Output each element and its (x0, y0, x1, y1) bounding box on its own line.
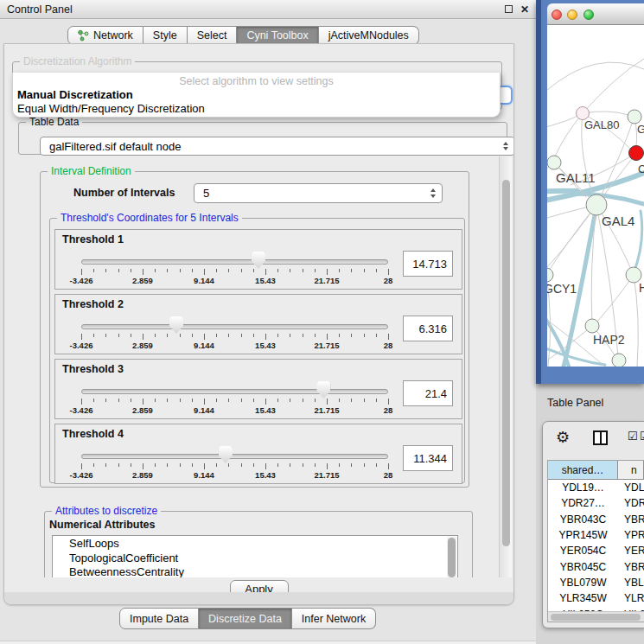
cell-shared-name: YDR27… (548, 497, 618, 509)
tick-mark (105, 269, 106, 272)
tick-mark (388, 334, 389, 340)
tick-mark (228, 463, 229, 467)
network-node[interactable] (547, 156, 561, 169)
threshold-slider-track[interactable] (81, 259, 388, 265)
cell-shared-name: YDL19… (548, 481, 618, 494)
window-title: Control Panel (7, 3, 505, 16)
table-row[interactable]: YER054CYER0 (548, 543, 644, 558)
close-traffic-light[interactable] (552, 10, 562, 20)
tab-jactivemnodules[interactable]: jActiveMNodules (319, 26, 419, 45)
tick-mark (351, 463, 352, 467)
tick-mark (167, 399, 168, 402)
list-scrollbar-thumb[interactable] (448, 538, 456, 577)
threshold-value-field[interactable]: 6.316 (403, 316, 453, 341)
threshold-slider-handle[interactable] (219, 446, 233, 463)
number-of-intervals-combobox[interactable]: 5 (194, 183, 443, 203)
close-icon[interactable]: ✕ (520, 4, 529, 15)
threshold-slider-handle[interactable] (252, 252, 265, 269)
tab-label: Cyni Toolbox (246, 29, 308, 41)
table-row[interactable]: YDL19…YDL1 (548, 480, 644, 495)
tick-mark (105, 334, 106, 337)
cyni-toolbox-panel: Discretization Algorithm Select algorith… (3, 43, 514, 605)
attribute-list-item[interactable]: TopologicalCoefficient (69, 552, 457, 566)
column-header-name[interactable]: n (618, 461, 644, 480)
panel-vertical-scrollbar[interactable] (499, 156, 512, 577)
tab-label: Style (153, 29, 177, 41)
tab-discretize-data[interactable]: Discretize Data (199, 608, 292, 629)
threshold-label: Threshold 3 (62, 363, 124, 375)
scale-label: 2.859 (132, 470, 153, 480)
network-node-label: GAL80 (584, 118, 619, 131)
attribute-list-item[interactable]: BetweennessCentrality (69, 565, 457, 577)
network-window-titlebar[interactable] (547, 3, 644, 25)
tab-network[interactable]: Network (67, 26, 143, 45)
tick-mark (265, 269, 266, 275)
attributes-group-title: Attributes to discretize (52, 505, 161, 517)
table-horizontal-scrollbar[interactable] (548, 611, 644, 622)
cell-shared-name: YBL079W (548, 577, 618, 589)
network-canvas[interactable]: GAL80GACAGAL11GAL4GCY1HAHAP2 (547, 25, 644, 367)
cell-name: YBL0 (618, 577, 644, 589)
threshold-slider-track[interactable] (81, 389, 388, 394)
threshold-slider-track[interactable] (81, 454, 388, 459)
network-node[interactable] (629, 146, 644, 161)
threshold-value-field[interactable]: 21.4 (403, 380, 453, 406)
minimize-traffic-light[interactable] (567, 10, 577, 20)
zoom-traffic-light[interactable] (583, 10, 594, 20)
scale-label: 21.715 (314, 405, 339, 415)
split-columns-icon[interactable] (593, 430, 608, 445)
tab-style[interactable]: Style (143, 26, 188, 45)
tick-mark (327, 334, 328, 340)
checkbox-icon[interactable]: ☑ (640, 430, 644, 442)
tick-mark (339, 399, 340, 402)
table-row[interactable]: YBR043CYBR0 (548, 512, 644, 527)
tick-mark (167, 334, 168, 337)
dropdown-option-manual-discretization[interactable]: Manual Discretization (17, 88, 133, 101)
tick-mark (155, 463, 156, 467)
table-row[interactable]: YDR27…YDR2 (548, 495, 644, 511)
table-row[interactable]: YLR345WYLR3 (548, 590, 644, 606)
gear-icon[interactable]: ⚙ (556, 430, 570, 445)
tab-select[interactable]: Select (188, 26, 238, 45)
tab-infer-network[interactable]: Infer Network (292, 608, 376, 629)
network-node[interactable] (585, 319, 599, 333)
table-row[interactable]: YBL079WYBL0 (548, 575, 644, 590)
network-node[interactable] (547, 268, 553, 282)
float-window-icon[interactable] (505, 5, 513, 13)
tick-mark (253, 269, 254, 272)
table-data-combobox[interactable]: galFiltered.sif default node (40, 137, 514, 156)
tick-mark (253, 334, 254, 337)
threshold-panel-3: Threshold 3-3.4262.8599.14415.4321.71528… (54, 359, 462, 419)
scale-label: 21.715 (314, 276, 339, 285)
dropdown-option-equal-width-frequency[interactable]: Equal Width/Frequency Discretization (17, 102, 205, 115)
column-header-shared-name[interactable]: shared… (548, 461, 618, 480)
table-hscrollbar-thumb[interactable] (551, 614, 641, 621)
tab-label: Infer Network (302, 613, 366, 625)
tick-mark (204, 463, 205, 469)
list-scrollbar[interactable] (447, 537, 456, 577)
table-row[interactable]: YBR045CYBR0 (548, 558, 644, 574)
attribute-list-item[interactable]: SelfLoops (69, 537, 457, 552)
threshold-slider-track[interactable] (81, 324, 388, 329)
algorithm-dropdown-prompt: Select algorithm to view settings (13, 75, 500, 87)
table-row[interactable]: YPR145WYPR1 (548, 527, 644, 543)
table-data-group-title: Table Data (26, 116, 82, 128)
tick-mark (388, 269, 389, 275)
network-node[interactable] (628, 110, 641, 124)
panel-scrollbar-thumb[interactable] (502, 180, 510, 546)
threshold-value-field[interactable]: 14.713 (403, 251, 453, 277)
threshold-value-field[interactable]: 11.344 (403, 445, 453, 471)
network-node[interactable] (586, 194, 607, 215)
scale-label: 21.715 (314, 341, 339, 350)
threshold-slider-handle[interactable] (169, 316, 183, 334)
checkbox-icon[interactable]: ☑ (628, 430, 638, 442)
threshold-label: Threshold 1 (62, 233, 124, 245)
threshold-slider-handle[interactable] (316, 381, 330, 399)
scale-label: 9.144 (194, 341, 214, 350)
tick-mark (204, 269, 205, 275)
tab-impute-data[interactable]: Impute Data (119, 608, 199, 629)
tab-cyni-toolbox[interactable]: Cyni Toolbox (237, 26, 318, 45)
scale-label: 21.715 (314, 470, 339, 480)
network-edge (547, 62, 644, 90)
network-node[interactable] (612, 354, 626, 367)
